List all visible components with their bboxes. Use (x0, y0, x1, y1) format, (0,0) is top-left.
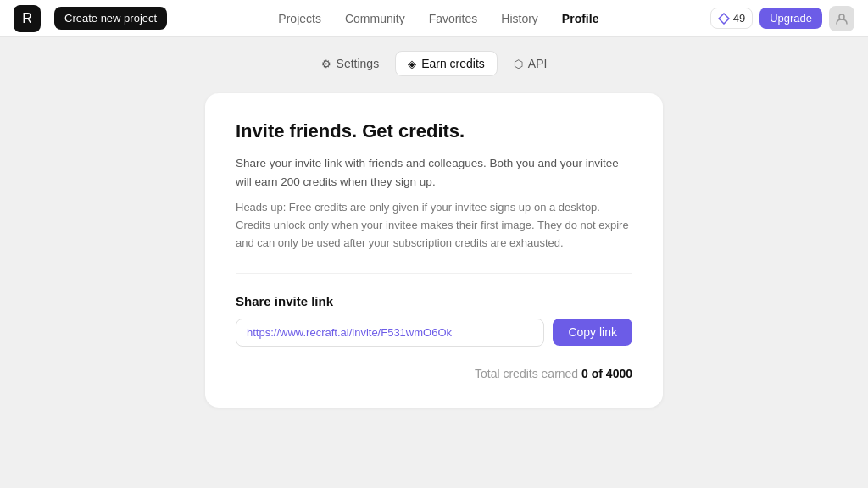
card-description: Share your invite link with friends and … (236, 154, 632, 191)
credits-footer: Total credits earned 0 of 4000 (236, 367, 632, 380)
tab-earn-credits-label: Earn credits (421, 57, 485, 70)
nav-item-profile[interactable]: Profile (562, 12, 599, 25)
tab-api[interactable]: ⬡ API (501, 51, 560, 76)
credits-count: 49 (733, 12, 745, 25)
invite-row: Copy link (236, 319, 632, 347)
credits-badge: 49 (710, 8, 753, 29)
nav-item-history[interactable]: History (501, 12, 538, 25)
credits-icon: ◈ (408, 58, 416, 70)
main-nav: Projects Community Favorites History Pro… (181, 12, 697, 25)
card-note: Heads up: Free credits are only given if… (236, 199, 632, 252)
footer-earned: 0 of 4000 (581, 367, 632, 380)
nav-item-projects[interactable]: Projects (278, 12, 321, 25)
invite-url-input[interactable] (236, 319, 544, 347)
settings-icon: ⚙ (321, 58, 331, 70)
create-project-button[interactable]: Create new project (54, 7, 167, 30)
logo-symbol: R (22, 11, 32, 26)
divider (236, 273, 632, 274)
card-title: Invite friends. Get credits. (236, 120, 632, 142)
upgrade-button[interactable]: Upgrade (760, 8, 822, 29)
nav-item-favorites[interactable]: Favorites (429, 12, 478, 25)
api-icon: ⬡ (514, 58, 523, 70)
footer-prefix: Total credits earned (475, 367, 578, 380)
invite-card: Invite friends. Get credits. Share your … (205, 93, 663, 408)
tab-api-label: API (528, 57, 548, 70)
main-content: Invite friends. Get credits. Share your … (0, 86, 868, 414)
share-invite-label: Share invite link (236, 294, 632, 308)
user-icon (835, 12, 849, 25)
tab-settings-label: Settings (337, 57, 380, 70)
app-logo: R (14, 5, 41, 32)
header-right: 49 Upgrade (710, 6, 854, 31)
svg-point-1 (839, 14, 844, 19)
profile-tabs: ⚙ Settings ◈ Earn credits ⬡ API (0, 37, 868, 86)
svg-marker-0 (719, 14, 729, 24)
nav-item-community[interactable]: Community (345, 12, 405, 25)
copy-link-button[interactable]: Copy link (553, 319, 632, 346)
avatar[interactable] (829, 6, 854, 31)
tab-earn-credits[interactable]: ◈ Earn credits (395, 51, 498, 76)
tab-settings[interactable]: ⚙ Settings (309, 51, 392, 76)
header: R Create new project Projects Community … (0, 0, 868, 37)
diamond-icon (718, 13, 730, 25)
